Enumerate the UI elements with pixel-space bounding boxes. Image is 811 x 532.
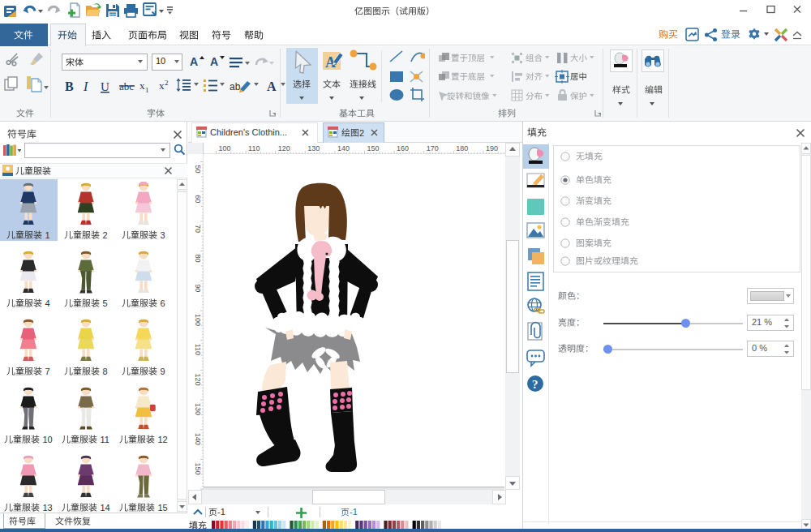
svg-text:60: 60 [194,195,202,203]
svg-text:120: 120 [278,144,290,152]
svg-text:2: 2 [165,79,169,87]
svg-text:110: 110 [194,344,202,355]
svg-text:100: 100 [194,314,202,326]
svg-text:80: 80 [194,255,202,263]
svg-text:x: x [139,79,145,92]
svg-text:?: ? [532,378,539,391]
svg-text:150: 150 [194,463,202,475]
svg-text:A: A [267,79,277,93]
svg-text:190: 190 [486,144,498,152]
svg-text:I: I [83,79,88,93]
svg-text:150: 150 [367,144,380,152]
svg-text:1: 1 [145,86,149,94]
svg-text:x: x [159,79,165,92]
svg-text:130: 130 [194,403,202,415]
svg-text:140: 140 [194,433,202,445]
svg-text:50: 50 [194,165,202,174]
svg-text:90: 90 [194,284,202,292]
svg-text:U: U [101,80,109,93]
svg-text:160: 160 [397,144,409,152]
svg-text:180: 180 [456,144,468,152]
svg-text:110: 110 [248,144,260,152]
svg-text:120: 120 [194,373,202,385]
svg-text:170: 170 [427,144,439,152]
svg-text:130: 130 [307,144,320,152]
svg-text:100: 100 [219,144,231,152]
svg-text:140: 140 [337,144,350,152]
svg-text:B: B [65,79,74,93]
svg-text:70: 70 [194,225,202,233]
svg-text:ab: ab [230,81,241,92]
